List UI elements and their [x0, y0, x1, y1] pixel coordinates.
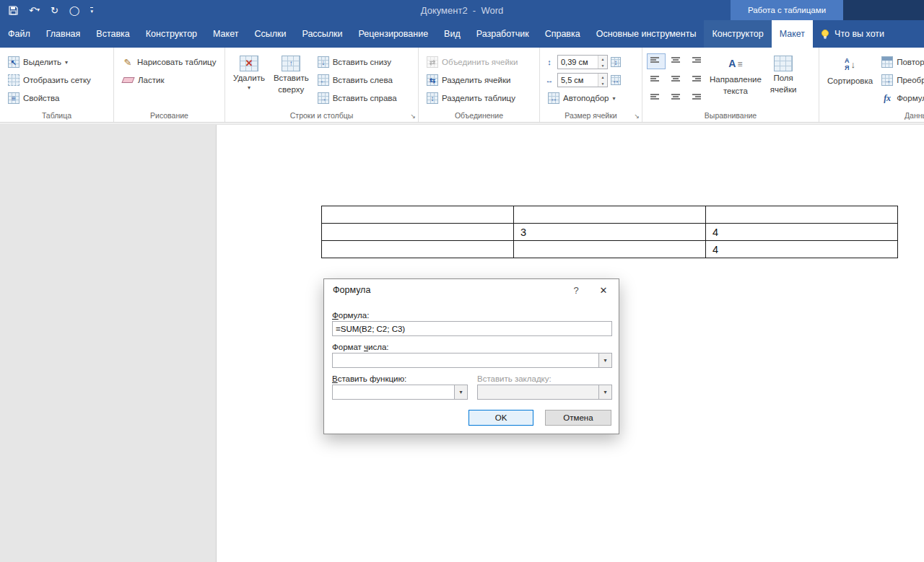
select-button[interactable]: ↖ Выделить ▾: [4, 53, 110, 71]
tab-help[interactable]: Справка: [537, 20, 588, 48]
cancel-button[interactable]: Отмена: [545, 410, 611, 426]
sort-az-icon: АЯ ↓: [845, 56, 855, 74]
group-label: Объединение: [419, 111, 539, 120]
gridlines-label: Отобразить сетку: [23, 76, 91, 84]
view-gridlines-button[interactable]: Отобразить сетку: [4, 71, 110, 89]
group-alignment: A≡ Направление текста Поля ячейки Выравн…: [642, 48, 819, 122]
draw-table-button[interactable]: ✎ Нарисовать таблицу: [118, 53, 222, 71]
chevron-down-icon: ▾: [65, 59, 68, 66]
insert-left-button[interactable]: ← Вставить слева: [314, 71, 401, 89]
repeat-header-rows-button[interactable]: Повторить: [878, 53, 924, 71]
row-height-icon: ↕: [544, 58, 554, 66]
spin-up-icon[interactable]: ▲: [598, 56, 607, 62]
dialog-help-button[interactable]: ?: [564, 279, 588, 301]
align-center-right-button[interactable]: [686, 70, 705, 86]
table-properties-button[interactable]: ≡ Свойства: [4, 89, 110, 107]
tab-insert[interactable]: Вставка: [88, 20, 137, 48]
table-cell[interactable]: 4: [706, 224, 898, 241]
split-table-label: Разделить таблицу: [442, 94, 515, 102]
table-tools-tabs: Конструктор Макет: [704, 20, 813, 48]
tab-table-layout[interactable]: Макет: [772, 20, 813, 48]
number-format-label: Формат числа:: [332, 343, 389, 351]
insert-below-button[interactable]: ↓ Вставить снизу: [314, 53, 401, 71]
align-bottom-center-button[interactable]: [666, 87, 685, 102]
merge-cells-button[interactable]: ⇄ Объединить ячейки: [423, 53, 536, 71]
sort-button[interactable]: АЯ ↓ Сортировка: [824, 53, 876, 110]
formula-button[interactable]: fx Формула: [878, 89, 924, 107]
cell-size-dialog-launcher-icon[interactable]: ↘: [634, 113, 640, 120]
distribute-columns-icon[interactable]: ↔: [611, 75, 621, 85]
split-table-button[interactable]: ↕ Разделить таблицу: [423, 89, 536, 107]
group-label: Выравнивание: [642, 111, 819, 120]
insert-right-button[interactable]: → Вставить справа: [314, 89, 401, 107]
dialog-close-button[interactable]: ✕: [588, 279, 619, 301]
paste-function-combobox[interactable]: ▾: [332, 385, 468, 400]
tab-view[interactable]: Вид: [436, 20, 468, 48]
lightbulb-icon: [820, 29, 830, 40]
merge-cells-label: Объединить ячейки: [442, 58, 518, 66]
ok-button[interactable]: OK: [468, 410, 533, 426]
table-cell[interactable]: [514, 241, 706, 258]
formula-label: Формула: [897, 94, 924, 102]
table-cell[interactable]: [514, 206, 706, 224]
table-cell[interactable]: [322, 224, 514, 241]
close-icon: ✕: [600, 285, 608, 296]
tab-home[interactable]: Главная: [38, 20, 89, 48]
tell-me-box[interactable]: Что вы хоти: [813, 20, 892, 48]
group-label: Таблица: [0, 111, 113, 120]
merge-cells-icon: ⇄: [427, 56, 438, 68]
spin-down-icon[interactable]: ▼: [598, 62, 607, 69]
align-center-left-button[interactable]: [647, 70, 666, 86]
text-direction-label-2: текста: [723, 86, 748, 96]
tab-developer[interactable]: Разработчик: [468, 20, 537, 48]
align-top-right-button[interactable]: [686, 53, 705, 69]
table-cell[interactable]: [706, 206, 898, 224]
delete-button[interactable]: ✕ Удалить ▾: [230, 53, 269, 110]
table-cell[interactable]: [322, 241, 514, 258]
column-width-spinner[interactable]: 5,5 см ▲ ▼: [557, 73, 608, 87]
table-row: 4: [322, 241, 898, 258]
table-cell[interactable]: 3: [514, 224, 706, 241]
group-label: Размер ячейки: [540, 111, 642, 120]
insert-left-icon: ←: [318, 74, 329, 86]
formula-input[interactable]: [332, 321, 612, 336]
eraser-button[interactable]: Ластик: [118, 71, 222, 89]
tab-design[interactable]: Конструктор: [138, 20, 205, 48]
number-format-combobox[interactable]: ▾: [332, 353, 612, 368]
tab-file[interactable]: Файл: [0, 20, 38, 48]
row-height-spinner[interactable]: 0,39 см ▲ ▼: [557, 55, 608, 69]
paste-function-value: [333, 385, 454, 399]
chevron-down-icon[interactable]: ▾: [598, 354, 611, 367]
align-center-icon: [670, 73, 681, 83]
insert-above-button[interactable]: ↑ Вставить сверху: [270, 53, 313, 110]
tab-mailings[interactable]: Рассылки: [294, 20, 350, 48]
tab-main-tools[interactable]: Основные инструменты: [588, 20, 705, 48]
autofit-label: Автоподбор: [563, 94, 609, 102]
autofit-button[interactable]: ↔ Автоподбор ▾: [544, 89, 639, 107]
tab-layout[interactable]: Макет: [205, 20, 246, 48]
align-bottom-left-button[interactable]: [647, 87, 666, 102]
properties-label: Свойства: [23, 94, 60, 102]
spin-up-icon[interactable]: ▲: [598, 74, 607, 80]
tab-table-design[interactable]: Конструктор: [704, 20, 771, 48]
cell-margins-button[interactable]: Поля ячейки: [767, 53, 801, 110]
document-table: 3 4 4: [321, 206, 898, 258]
ribbon-tab-strip: Файл Главная Вставка Конструктор Макет С…: [0, 20, 924, 48]
split-cells-button[interactable]: ⇆ Разделить ячейки: [423, 71, 536, 89]
align-top-left-icon: [650, 56, 662, 66]
chevron-down-icon[interactable]: ▾: [454, 385, 467, 399]
spin-down-icon[interactable]: ▼: [598, 80, 607, 87]
table-cell[interactable]: [322, 206, 514, 224]
align-top-center-button[interactable]: [666, 53, 685, 69]
tab-review[interactable]: Рецензирование: [351, 20, 437, 48]
align-center-button[interactable]: [666, 70, 685, 86]
convert-to-text-button[interactable]: → Преобраз: [878, 71, 924, 89]
align-top-left-button[interactable]: [647, 53, 666, 69]
text-direction-button[interactable]: A≡ Направление текста: [706, 53, 765, 110]
ribbon: ↖ Выделить ▾ Отобразить сетку ≡ Свойства…: [0, 48, 924, 123]
align-bottom-right-button[interactable]: [686, 87, 705, 102]
distribute-rows-icon[interactable]: ↕: [611, 57, 621, 67]
tab-references[interactable]: Ссылки: [246, 20, 294, 48]
rows-columns-dialog-launcher-icon[interactable]: ↘: [410, 113, 416, 120]
table-cell[interactable]: 4: [706, 241, 898, 258]
